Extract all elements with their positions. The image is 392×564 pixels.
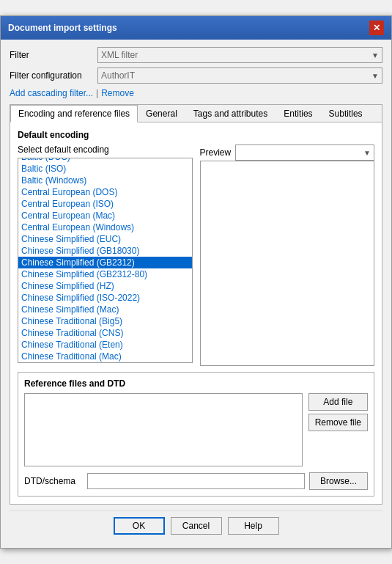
encoding-list[interactable]: Arabic (864)Arabic (ASMO 708)Arabic (DOS…: [18, 158, 193, 363]
ok-button[interactable]: OK: [114, 517, 165, 535]
encoding-row: Select default encoding Arabic (864)Arab…: [18, 144, 374, 366]
list-item[interactable]: Chinese Traditional (CNS): [18, 327, 192, 339]
dialog-body: Filter XML filter ▼ Filter configuration…: [1, 40, 391, 548]
filter-row: Filter XML filter ▼: [10, 47, 382, 63]
reference-content: Add file Remove file: [24, 393, 368, 466]
help-button[interactable]: Help: [228, 517, 279, 535]
encoding-left: Select default encoding Arabic (864)Arab…: [18, 144, 193, 366]
list-item[interactable]: Baltic (Windows): [18, 175, 192, 186]
list-item[interactable]: Chinese Simplified (ISO-2022): [18, 292, 192, 304]
encoding-section-title: Default encoding: [18, 130, 374, 140]
dialog-title: Document import settings: [8, 23, 117, 33]
tab-entities[interactable]: Entities: [275, 105, 320, 122]
filter-config-label: Filter configuration: [10, 70, 97, 81]
list-item[interactable]: Baltic (ISO): [18, 163, 192, 175]
add-file-button[interactable]: Add file: [308, 393, 368, 411]
preview-dropdown-arrow-icon: ▼: [363, 149, 371, 157]
filter-config-row: Filter configuration AuthorIT ▼: [10, 67, 382, 84]
list-item[interactable]: Chinese Traditional (Eten): [18, 339, 192, 351]
add-cascading-link[interactable]: Add cascading filter...: [10, 88, 93, 98]
dialog-footer: OK Cancel Help: [10, 510, 382, 541]
browse-button[interactable]: Browse...: [309, 472, 368, 490]
tab-tags[interactable]: Tags and attributes: [185, 105, 275, 122]
reference-title: Reference files and DTD: [24, 378, 368, 389]
filter-config-value: AuthorIT: [101, 70, 135, 81]
list-item[interactable]: Baltic (DOS): [18, 158, 192, 163]
filter-arrow-icon: ▼: [371, 51, 379, 59]
dtd-label: DTD/schema: [24, 476, 83, 486]
preview-area: Preview ▼: [200, 144, 375, 161]
cancel-button[interactable]: Cancel: [171, 517, 222, 535]
list-item[interactable]: Chinese Simplified (HZ): [18, 280, 192, 292]
list-item[interactable]: Chinese Simplified (GB2312-80): [18, 268, 192, 280]
filter-label: Filter: [10, 50, 97, 60]
remove-file-button[interactable]: Remove file: [308, 414, 368, 431]
preview-box: [200, 161, 375, 366]
list-item[interactable]: Chinese Simplified (Mac): [18, 304, 192, 315]
reference-buttons: Add file Remove file: [308, 393, 368, 466]
reference-section: Reference files and DTD Add file Remove …: [18, 372, 374, 497]
preview-label-text: Preview: [200, 147, 232, 158]
reference-list[interactable]: [24, 393, 303, 466]
dialog: Document import settings ✕ Filter XML fi…: [0, 15, 392, 549]
tab-encoding-content: Default encoding Select default encoding…: [10, 122, 382, 504]
preview-dropdown[interactable]: ▼: [235, 144, 374, 161]
dtd-input[interactable]: [87, 473, 305, 489]
list-item[interactable]: Central European (Mac): [18, 210, 192, 221]
list-item[interactable]: Chinese Traditional (Big5): [18, 315, 192, 327]
filter-config-arrow-icon: ▼: [371, 72, 379, 80]
list-item[interactable]: Central European (DOS): [18, 186, 192, 198]
list-item[interactable]: Central European (Windows): [18, 221, 192, 233]
select-encoding-label: Select default encoding: [18, 144, 193, 155]
tab-encoding[interactable]: Encoding and reference files: [10, 105, 138, 122]
list-item[interactable]: Chinese Simplified (GB18030): [18, 245, 192, 257]
list-item[interactable]: Central European (ISO): [18, 198, 192, 210]
cascade-separator: |: [96, 88, 98, 98]
encoding-right: Preview ▼: [200, 144, 375, 366]
list-item[interactable]: Chinese Simplified (EUC): [18, 233, 192, 245]
tabs-header: Encoding and reference files General Tag…: [10, 105, 382, 122]
list-item[interactable]: Chinese Traditional (Mac): [18, 351, 192, 362]
tabs-container: Encoding and reference files General Tag…: [10, 104, 382, 505]
dtd-row: DTD/schema Browse...: [24, 472, 368, 490]
cascade-row: Add cascading filter... | Remove: [10, 88, 382, 98]
title-bar: Document import settings ✕: [1, 16, 391, 40]
tab-subtitles[interactable]: Subtitles: [321, 105, 371, 122]
close-button[interactable]: ✕: [369, 21, 384, 35]
remove-cascade-link[interactable]: Remove: [101, 88, 134, 98]
list-item[interactable]: Chinese Simplified (GB2312): [18, 257, 192, 268]
filter-dropdown[interactable]: XML filter ▼: [97, 47, 382, 63]
tab-general[interactable]: General: [138, 105, 185, 122]
filter-value: XML filter: [101, 50, 138, 60]
filter-config-dropdown[interactable]: AuthorIT ▼: [97, 67, 382, 84]
